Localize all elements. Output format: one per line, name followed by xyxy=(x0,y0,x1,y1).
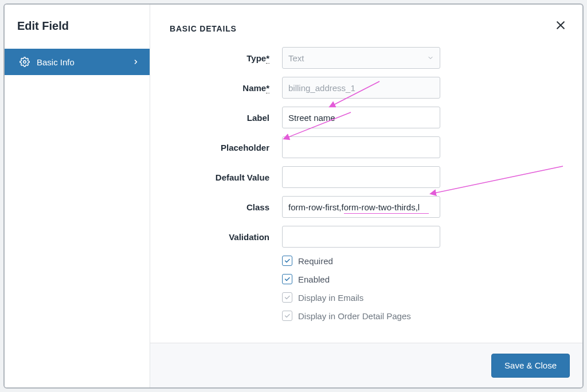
row-placeholder: Placeholder xyxy=(170,136,559,158)
label-class: Class xyxy=(246,202,269,212)
svg-point-0 xyxy=(24,61,26,64)
row-label: Label xyxy=(170,107,559,128)
checkbox-icon xyxy=(282,292,292,303)
row-class: Class xyxy=(170,196,559,218)
checkbox-icon xyxy=(282,256,292,266)
gear-icon xyxy=(19,57,30,67)
check-enabled[interactable]: Enabled xyxy=(282,274,559,284)
annotation-underline xyxy=(344,213,429,214)
label-default-value: Default Value xyxy=(216,173,269,182)
row-name: Name* xyxy=(170,77,559,99)
section-title: BASIC DETAILS xyxy=(170,24,559,33)
modal-footer: Save & Close xyxy=(150,343,582,387)
row-type: Type* Text xyxy=(170,47,559,69)
sidebar: Edit Field Basic Info xyxy=(5,5,150,387)
label-placeholder: Placeholder xyxy=(221,143,269,152)
type-value: Text xyxy=(288,53,304,63)
sidebar-item-label: Basic Info xyxy=(37,57,75,67)
chevron-down-icon xyxy=(427,53,434,63)
check-required[interactable]: Required xyxy=(282,256,559,266)
required-marker: * xyxy=(266,83,269,93)
edit-field-modal: Edit Field Basic Info BASIC DETAILS Type… xyxy=(3,3,584,389)
validation-input[interactable] xyxy=(282,226,440,248)
check-label: Required xyxy=(298,256,333,266)
modal-title: Edit Field xyxy=(5,5,150,49)
sidebar-item-basic-info[interactable]: Basic Info xyxy=(5,49,150,75)
check-display-emails: Display in Emails xyxy=(282,292,559,303)
check-label: Display in Order Detail Pages xyxy=(298,311,411,321)
placeholder-input[interactable] xyxy=(282,136,440,158)
class-input[interactable] xyxy=(282,196,440,218)
close-button[interactable] xyxy=(555,19,566,33)
default-value-input[interactable] xyxy=(282,166,440,188)
check-label: Display in Emails xyxy=(298,293,363,303)
save-and-close-button[interactable]: Save & Close xyxy=(491,354,570,378)
chevron-right-icon xyxy=(132,58,139,65)
row-validation: Validation xyxy=(170,226,559,248)
required-marker: * xyxy=(266,53,269,64)
label-name: Name xyxy=(242,83,266,93)
check-display-order-detail: Display in Order Detail Pages xyxy=(282,311,559,321)
label-validation: Validation xyxy=(229,232,269,242)
main-panel: BASIC DETAILS Type* Text Name* xyxy=(150,5,582,387)
checkbox-icon xyxy=(282,274,292,284)
check-label: Enabled xyxy=(298,275,330,284)
name-input[interactable] xyxy=(282,77,440,99)
row-default-value: Default Value xyxy=(170,166,559,188)
label-type: Type xyxy=(246,53,266,63)
label-input[interactable] xyxy=(282,107,440,128)
label-label: Label xyxy=(247,113,269,123)
type-select[interactable]: Text xyxy=(282,47,440,69)
checkbox-icon xyxy=(282,311,292,321)
